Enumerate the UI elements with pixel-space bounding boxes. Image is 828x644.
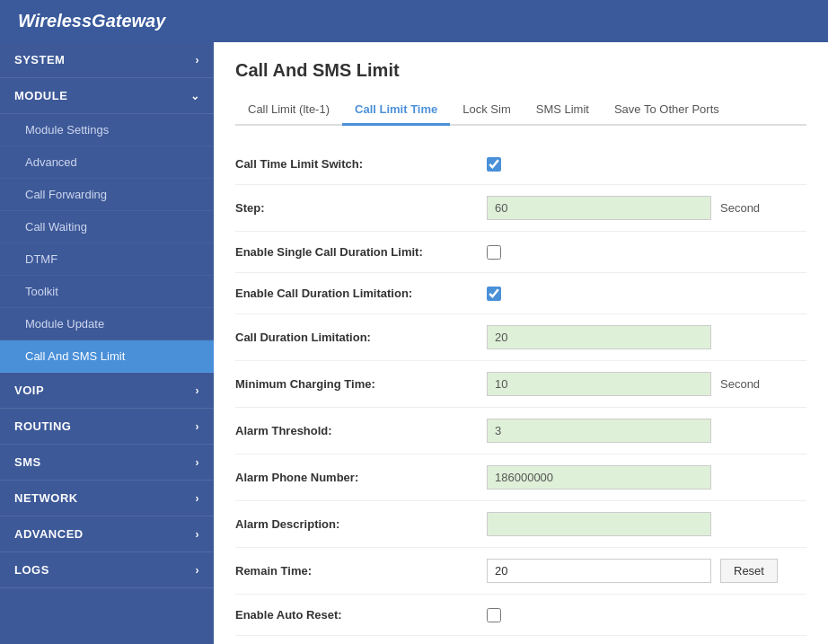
tab-save-to-other-ports[interactable]: Save To Other Ports [602,95,732,126]
sidebar-logs-chevron-icon: › [196,564,200,577]
row-enable-auto-reset: Enable Auto Reset: [235,595,806,636]
sidebar-item-routing-label: ROUTING [14,419,71,433]
checkbox-enable-single-call-duration[interactable] [487,245,501,260]
value-remain-time: Reset [487,559,778,583]
sidebar-item-network[interactable]: NETWORK › [0,481,214,516]
label-alarm-description: Alarm Description: [235,517,487,531]
sidebar-item-routing[interactable]: ROUTING › [0,409,214,445]
label-minimum-charging-time: Minimum Charging Time: [235,377,487,391]
value-enable-single-call-duration [487,245,501,260]
checkbox-call-time-limit-switch[interactable] [487,157,501,172]
page-title: Call And SMS Limit [235,60,806,81]
sidebar-item-module-label: MODULE [14,89,67,102]
sidebar-sub-module-settings[interactable]: Module Settings [0,114,214,146]
sidebar-item-system-label: SYSTEM [14,53,65,66]
sidebar-item-sms-label: SMS [14,455,41,469]
label-remain-time: Remain Time: [235,564,487,578]
row-alarm-description: Alarm Description: [235,501,806,548]
value-enable-auto-reset [487,608,501,622]
reset-button[interactable]: Reset [720,559,778,583]
sidebar-sub-call-sms-limit[interactable]: Call And SMS Limit [0,340,214,373]
sidebar-sub-call-forwarding[interactable]: Call Forwarding [0,179,214,211]
sidebar-sms-chevron-icon: › [196,456,200,469]
value-call-time-limit-switch [487,157,501,172]
sidebar-system-chevron-icon: › [196,54,200,66]
tabs-bar: Call Limit (lte-1) Call Limit Time Lock … [235,95,806,126]
sidebar: SYSTEM › MODULE ⌄ Module Settings Advanc… [0,42,214,644]
sidebar-item-logs[interactable]: LOGS › [0,552,214,588]
value-enable-call-duration [487,287,501,301]
sidebar-sub-module-update[interactable]: Module Update [0,308,214,340]
checkbox-enable-call-duration[interactable] [487,287,501,301]
sidebar-advanced-chevron-icon: › [196,528,200,541]
sidebar-item-advanced-main[interactable]: ADVANCED › [0,516,214,552]
main-layout: SYSTEM › MODULE ⌄ Module Settings Advanc… [0,42,828,644]
label-call-time-limit-switch: Call Time Limit Switch: [235,157,487,171]
sidebar-network-chevron-icon: › [196,492,200,505]
sidebar-item-voip[interactable]: VOIP › [0,373,214,409]
tab-call-limit-time[interactable]: Call Limit Time [342,95,450,126]
sidebar-module-chevron-icon: ⌄ [190,90,200,102]
input-minimum-charging-time[interactable] [487,372,711,396]
content-area: Call And SMS Limit Call Limit (lte-1) Ca… [214,42,828,644]
sidebar-sub-dtmf[interactable]: DTMF [0,243,214,276]
app-title: WirelessGateway [18,11,165,31]
sidebar-item-module[interactable]: MODULE ⌄ [0,78,214,114]
input-alarm-phone-number[interactable] [487,465,711,490]
input-alarm-threshold[interactable] [487,419,711,443]
row-remain-time: Remain Time: Reset [235,548,806,595]
input-alarm-description[interactable] [487,512,711,536]
row-enable-single-call-duration: Enable Single Call Duration Limit: [235,232,806,273]
app-header: WirelessGateway [0,0,828,42]
label-enable-auto-reset: Enable Auto Reset: [235,608,487,622]
sidebar-item-network-label: NETWORK [14,491,78,505]
sidebar-sub-toolkit[interactable]: Toolkit [0,276,214,308]
row-alarm-phone-number: Alarm Phone Number: [235,454,806,501]
sidebar-item-logs-label: LOGS [14,563,49,577]
label-enable-call-duration: Enable Call Duration Limitation: [235,287,487,300]
row-minimum-charging-time: Minimum Charging Time: Second [235,361,806,408]
value-step: Second [487,196,760,220]
input-remain-time[interactable] [487,559,711,583]
tab-call-limit[interactable]: Call Limit (lte-1) [235,95,342,126]
label-step: Step: [235,201,487,215]
row-step: Step: Second [235,185,806,232]
label-alarm-phone-number: Alarm Phone Number: [235,471,487,484]
label-alarm-threshold: Alarm Threshold: [235,424,487,437]
row-call-time-limit-switch: Call Time Limit Switch: [235,144,806,185]
sidebar-sub-call-waiting[interactable]: Call Waiting [0,211,214,243]
label-enable-single-call-duration: Enable Single Call Duration Limit: [235,245,487,259]
row-alarm-threshold: Alarm Threshold: [235,408,806,454]
value-minimum-charging-time: Second [487,372,760,396]
sidebar-item-advanced-main-label: ADVANCED [14,527,84,541]
unit-minimum-charging-time: Second [720,377,760,391]
sidebar-item-sms[interactable]: SMS › [0,445,214,481]
sidebar-sub-advanced[interactable]: Advanced [0,146,214,179]
tab-lock-sim[interactable]: Lock Sim [450,95,523,126]
sidebar-item-voip-label: VOIP [14,384,44,397]
sidebar-voip-chevron-icon: › [196,384,200,397]
value-call-duration-limitation [487,325,711,349]
tab-sms-limit[interactable]: SMS Limit [524,95,602,126]
checkbox-enable-auto-reset[interactable] [487,608,501,622]
value-alarm-threshold [487,419,711,443]
input-step[interactable] [487,196,711,220]
sidebar-item-system[interactable]: SYSTEM › [0,42,214,78]
input-call-duration-limitation[interactable] [487,325,711,349]
row-enable-call-duration: Enable Call Duration Limitation: [235,273,806,314]
row-call-duration-limitation: Call Duration Limitation: [235,314,806,361]
unit-step: Second [720,201,760,215]
sidebar-routing-chevron-icon: › [196,420,200,433]
value-alarm-phone-number [487,465,711,490]
label-call-duration-limitation: Call Duration Limitation: [235,331,487,344]
value-alarm-description [487,512,711,536]
